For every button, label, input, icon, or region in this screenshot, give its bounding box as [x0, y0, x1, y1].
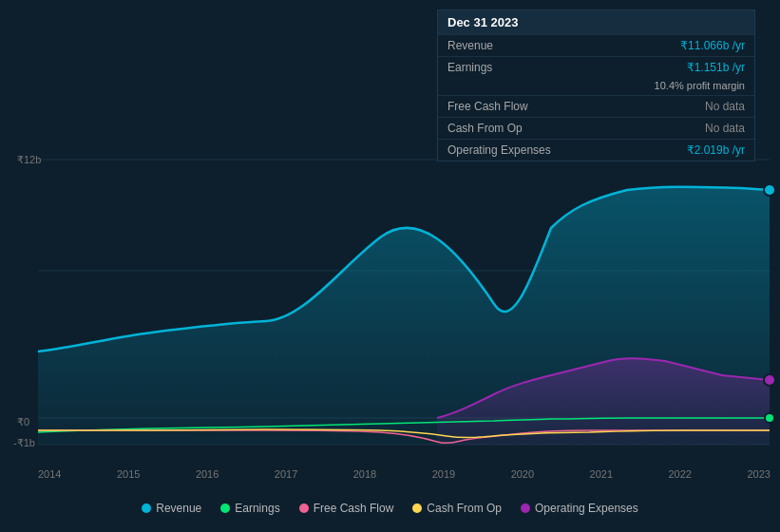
x-label-2015: 2015 — [117, 468, 140, 480]
svg-point-7 — [765, 413, 774, 423]
tooltip-label-cfo: Cash From Op — [447, 122, 561, 135]
x-label-2022: 2022 — [669, 468, 692, 480]
x-label-2017: 2017 — [275, 468, 297, 480]
tooltip-label-fcf: Free Cash Flow — [447, 100, 561, 113]
legend-operating-expenses[interactable]: Operating Expenses — [521, 502, 638, 515]
x-label-2023: 2023 — [747, 468, 770, 480]
chart-legend: Revenue Earnings Free Cash Flow Cash Fro… — [0, 502, 780, 515]
tooltip-value-fcf: No data — [705, 100, 745, 113]
legend-revenue[interactable]: Revenue — [142, 502, 201, 515]
y-label-zero: ₹0 — [17, 416, 29, 428]
tooltip-label-revenue: Revenue — [447, 39, 561, 52]
svg-point-6 — [764, 374, 775, 386]
legend-earnings[interactable]: Earnings — [220, 502, 279, 515]
legend-dot-earnings — [220, 504, 230, 513]
x-axis-labels: 2014 2015 2016 2017 2018 2019 2020 2021 … — [38, 468, 770, 480]
tooltip-box: Dec 31 2023 Revenue ₹11.066b /yr Earning… — [437, 10, 755, 162]
x-label-2014: 2014 — [38, 468, 61, 480]
tooltip-row-opex: Operating Expenses ₹2.019b /yr — [438, 139, 754, 161]
y-label-top: ₹12b — [17, 154, 41, 166]
x-label-2018: 2018 — [353, 468, 376, 480]
x-label-2016: 2016 — [196, 468, 219, 480]
tooltip-value-earnings: ₹1.151b /yr — [687, 61, 745, 74]
tooltip-value-revenue: ₹11.066b /yr — [680, 39, 745, 52]
tooltip-row-revenue: Revenue ₹11.066b /yr — [438, 34, 754, 56]
legend-free-cash-flow[interactable]: Free Cash Flow — [299, 502, 394, 515]
tooltip-row-fcf: Free Cash Flow No data — [438, 95, 754, 117]
x-label-2021: 2021 — [590, 468, 613, 480]
legend-dot-cfo — [412, 504, 422, 513]
x-label-2019: 2019 — [432, 468, 455, 480]
chart-container: ₹12b ₹0 -₹1b 2014 2015 2016 2017 2018 20… — [0, 0, 780, 532]
legend-label-revenue: Revenue — [156, 502, 201, 515]
x-label-2020: 2020 — [511, 468, 534, 480]
tooltip-title: Dec 31 2023 — [438, 10, 754, 34]
tooltip-value-opex: ₹2.019b /yr — [687, 143, 745, 157]
legend-label-fcf: Free Cash Flow — [314, 502, 394, 515]
tooltip-label-earnings: Earnings — [447, 61, 561, 74]
legend-cash-from-op[interactable]: Cash From Op — [412, 502, 502, 515]
legend-dot-fcf — [299, 504, 309, 513]
tooltip-profit-margin-row: 10.4% profit margin — [438, 78, 754, 95]
tooltip-row-cfo: Cash From Op No data — [438, 117, 754, 139]
tooltip-label-opex: Operating Expenses — [447, 143, 561, 157]
svg-point-5 — [764, 184, 775, 196]
legend-dot-revenue — [142, 504, 151, 513]
tooltip-profit-margin: 10.4% profit margin — [655, 80, 745, 91]
y-label-bottom: -₹1b — [13, 437, 35, 449]
legend-dot-opex — [521, 504, 530, 513]
tooltip-value-cfo: No data — [705, 122, 745, 135]
legend-label-cfo: Cash From Op — [427, 502, 502, 515]
legend-label-opex: Operating Expenses — [535, 502, 638, 515]
tooltip-row-earnings: Earnings ₹1.151b /yr — [438, 56, 754, 78]
legend-label-earnings: Earnings — [235, 502, 279, 515]
